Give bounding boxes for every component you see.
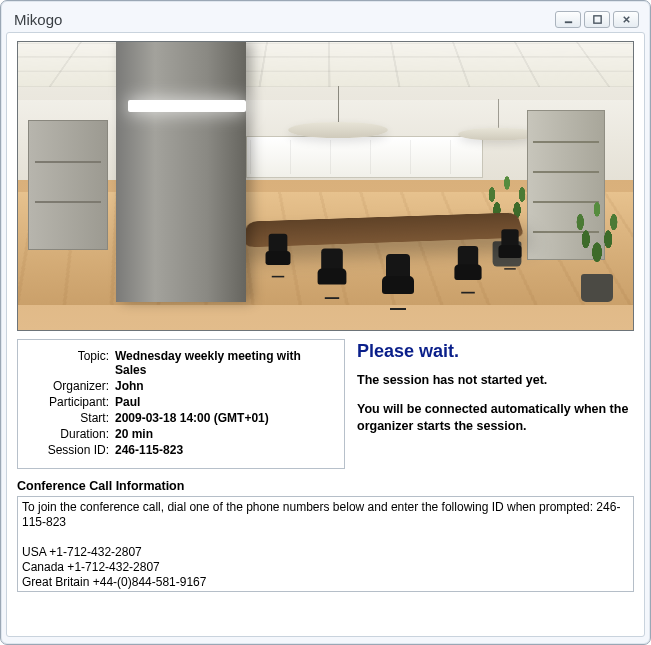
titlebar[interactable]: Mikogo	[6, 6, 645, 32]
maximize-icon	[592, 14, 603, 25]
value-session-id: 246-115-823	[112, 442, 334, 458]
conference-box-wrap	[17, 496, 634, 595]
label-participant: Participant:	[26, 394, 112, 410]
value-duration: 20 min	[112, 426, 334, 442]
svg-rect-1	[593, 15, 600, 22]
label-organizer: Organizer:	[26, 378, 112, 394]
value-topic: Wednesday weekly meeting with Sales	[112, 348, 334, 378]
conference-heading: Conference Call Information	[17, 479, 634, 493]
minimize-icon	[563, 14, 574, 25]
maximize-button[interactable]	[584, 11, 610, 28]
please-wait-heading: Please wait.	[357, 341, 634, 362]
value-start: 2009-03-18 14:00 (GMT+01)	[112, 410, 334, 426]
status-panel: Please wait. The session has not started…	[357, 339, 634, 469]
conference-call-textarea[interactable]	[17, 496, 634, 592]
session-details-table: Topic: Wednesday weekly meeting with Sal…	[26, 348, 334, 458]
label-session-id: Session ID:	[26, 442, 112, 458]
close-button[interactable]	[613, 11, 639, 28]
label-start: Start:	[26, 410, 112, 426]
minimize-button[interactable]	[555, 11, 581, 28]
value-organizer: John	[112, 378, 334, 394]
client-area: Topic: Wednesday weekly meeting with Sal…	[6, 32, 645, 637]
window-title: Mikogo	[12, 11, 555, 28]
hero-image	[17, 41, 634, 331]
status-line-1: The session has not started yet.	[357, 372, 634, 389]
value-participant: Paul	[112, 394, 334, 410]
svg-rect-0	[564, 21, 571, 23]
close-icon	[621, 14, 632, 25]
label-duration: Duration:	[26, 426, 112, 442]
info-row: Topic: Wednesday weekly meeting with Sal…	[17, 339, 634, 469]
window-controls	[555, 11, 639, 28]
session-details-box: Topic: Wednesday weekly meeting with Sal…	[17, 339, 345, 469]
status-line-2: You will be connected automatically when…	[357, 401, 634, 435]
label-topic: Topic:	[26, 348, 112, 378]
app-window: Mikogo	[0, 0, 651, 645]
